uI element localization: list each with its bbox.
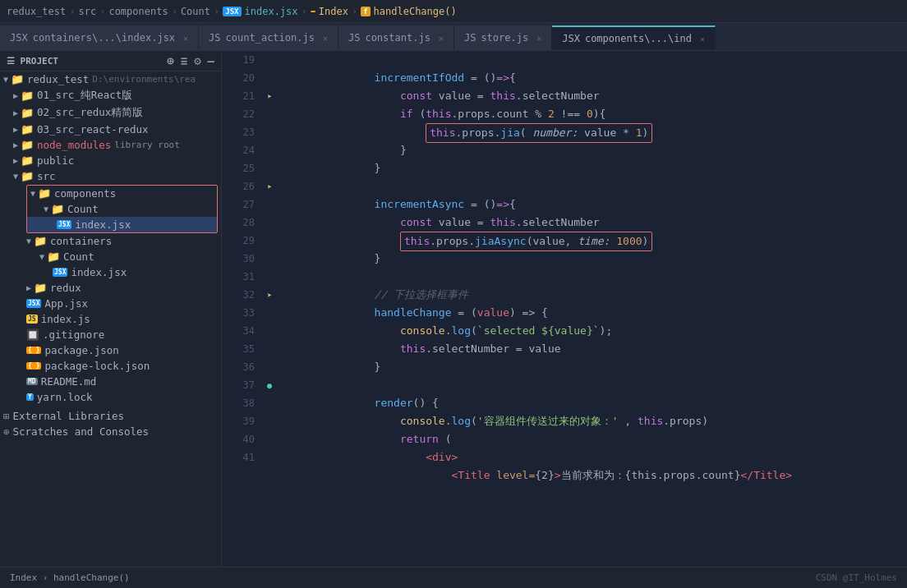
sidebar-item-containers[interactable]: ▼ 📁 containers	[0, 233, 221, 249]
ln-37: 37	[225, 376, 255, 394]
jsx-badge-containers-index: JSX	[53, 268, 67, 277]
arrow-gutter-21: ➤	[267, 92, 272, 101]
folder-icon-src: 📁	[21, 170, 34, 182]
breadcrumb-func[interactable]: handleChange()	[374, 6, 457, 17]
close-tab5[interactable]: ✕	[700, 34, 705, 44]
sep3: ›	[172, 6, 177, 17]
code-lines[interactable]: incrementIfOdd = ()=>{ const value = thi…	[278, 51, 907, 567]
sidebar-label-components: components	[54, 187, 116, 200]
sidebar-item-containers-count[interactable]: ▼ 📁 Count	[0, 249, 221, 264]
arrow-src: ▼	[13, 172, 18, 181]
sidebar-item-package-lock[interactable]: { } package-lock.json	[0, 358, 221, 374]
breadcrumb-component[interactable]: Index	[319, 6, 348, 17]
sidebar-item-yarn[interactable]: Y yarn.lock	[0, 389, 221, 405]
gutter-29	[261, 232, 278, 250]
sidebar-item-readme[interactable]: MD README.md	[0, 374, 221, 389]
sidebar-item-package-json[interactable]: { } package.json	[0, 342, 221, 358]
gutter-26: ➤	[261, 177, 278, 195]
code-32-val: value	[477, 306, 509, 319]
code-line-26[interactable]: incrementAsync = ()=>{	[278, 177, 907, 195]
tab-count-action[interactable]: JS count_action.js ✕	[199, 25, 338, 50]
breadcrumb-redux-test[interactable]: redux_test	[7, 6, 66, 17]
sidebar-item-components[interactable]: ▼ 📁 components	[27, 186, 217, 201]
code-41-text: 当前求和为：	[561, 469, 625, 481]
breadcrumb-src[interactable]: src	[78, 6, 96, 17]
code-22-redbox: this.props.jia( number: value * 1)	[426, 123, 652, 143]
code-19-arrow: =>	[496, 71, 509, 84]
gutter-27	[261, 195, 278, 214]
sidebar-header-icons[interactable]: ⊕ ≡ ⚙ —	[167, 54, 214, 67]
ln-35: 35	[225, 340, 255, 358]
sidebar-item-app-jsx[interactable]: JSX App.jsx	[0, 296, 221, 311]
code-34-val: value	[528, 342, 560, 355]
gutter-35	[261, 340, 278, 358]
code-38-dot: .	[445, 415, 452, 427]
folder-icon-containers: 📁	[34, 235, 47, 247]
ln-38: 38	[225, 394, 255, 412]
sidebar-bordered-components: ▼ 📁 components ▼ 📁 Count JSX index.jsx	[26, 185, 218, 233]
ln-30: 30	[225, 250, 255, 268]
sidebar-item-count-folder[interactable]: ▼ 📁 Count	[27, 201, 217, 217]
tab-components-index[interactable]: JSX components\...\ind ✕	[552, 25, 716, 50]
arrow-02: ▶	[13, 108, 18, 117]
sidebar-item-containers-index[interactable]: JSX index.jsx	[0, 264, 221, 280]
breadcrumb-count[interactable]: Count	[181, 6, 210, 17]
code-21-if: if	[400, 108, 413, 120]
sidebar-item-node-modules[interactable]: ▶ 📁 node_modules library root	[0, 137, 221, 153]
code-41-title-close: </Title>	[740, 469, 792, 481]
code-line-31[interactable]: // 下拉选择框事件	[278, 268, 907, 286]
code-line-37[interactable]: render() {	[278, 376, 907, 394]
code-22-indent	[348, 126, 426, 139]
arrow-containers-count: ▼	[39, 252, 44, 261]
sidebar-item-03-src[interactable]: ▶ 📁 03_src_react-redux	[0, 122, 221, 137]
folder-icon-containers-count: 📁	[47, 250, 60, 263]
code-22-this: this	[430, 126, 455, 139]
code-21-props: .props.	[452, 108, 497, 120]
sidebar-item-public[interactable]: ▶ 📁 public	[0, 153, 221, 168]
code-line-19[interactable]: incrementIfOdd = ()=>{	[278, 51, 907, 69]
folder-icon-02: 📁	[21, 107, 34, 119]
folder-icon-public: 📁	[21, 154, 34, 167]
close-sidebar-icon[interactable]: —	[208, 54, 214, 67]
add-icon[interactable]: ⊕	[167, 54, 173, 67]
sidebar-item-count-index[interactable]: JSX index.jsx	[27, 217, 217, 232]
close-tab2[interactable]: ✕	[323, 34, 328, 43]
close-tab3[interactable]: ✕	[439, 34, 444, 43]
sidebar-item-gitignore[interactable]: 🔲 .gitignore	[0, 327, 221, 342]
close-tab4[interactable]: ✕	[536, 34, 541, 43]
status-right: CSDN @IT_Holmes	[816, 572, 897, 583]
sidebar-label-03: 03_src_react-redux	[37, 123, 148, 136]
tab-store[interactable]: JS store.js ✕	[454, 25, 552, 50]
sidebar-item-redux-test[interactable]: ▼ 📁 redux_test D:\environments\rea	[0, 71, 221, 87]
close-tab1[interactable]: ✕	[183, 34, 188, 43]
sidebar-item-02-src[interactable]: ▶ 📁 02_src_redux精简版	[0, 104, 221, 122]
code-32-eq: = (	[452, 306, 477, 319]
breadcrumb-components[interactable]: components	[108, 6, 168, 17]
ln-39: 39	[225, 412, 255, 430]
sidebar-item-external[interactable]: ⊞ External Libraries	[0, 408, 221, 424]
sidebar-item-scratches[interactable]: ⊕ Scratches and Consoles	[0, 424, 221, 439]
arrow-count-folder: ▼	[44, 204, 48, 214]
jsx-badge-count-index: JSX	[57, 220, 71, 229]
breadcrumb-file[interactable]: index.jsx	[245, 6, 298, 17]
collapse-icon[interactable]: ≡	[181, 54, 187, 67]
ln-34: 34	[225, 322, 255, 340]
settings-icon[interactable]: ⚙	[194, 54, 200, 67]
code-39-indent	[348, 433, 400, 445]
ln-27: 27	[225, 195, 255, 214]
code-41-level: level=	[490, 469, 535, 481]
tab-constant[interactable]: JS constant.js ✕	[338, 25, 454, 50]
code-26-eq: =	[464, 198, 483, 210]
sidebar-item-src[interactable]: ▼ 📁 src	[0, 168, 221, 184]
ln-26: 26	[225, 177, 255, 195]
sidebar-item-index-js[interactable]: JS index.js	[0, 311, 221, 327]
gutter-36	[261, 358, 278, 376]
code-38-console: console	[400, 415, 445, 427]
gutter-25	[261, 159, 278, 177]
ln-28: 28	[225, 214, 255, 232]
sidebar-item-01-src[interactable]: ▶ 📁 01_src_纯React版	[0, 87, 221, 104]
arrow-node: ▶	[13, 140, 18, 149]
tab-containers-index[interactable]: JSX containers\...\index.jsx ✕	[0, 25, 199, 50]
sidebar-item-redux[interactable]: ▶ 📁 redux	[0, 280, 221, 296]
sidebar-label-gitignore: .gitignore	[43, 328, 104, 341]
